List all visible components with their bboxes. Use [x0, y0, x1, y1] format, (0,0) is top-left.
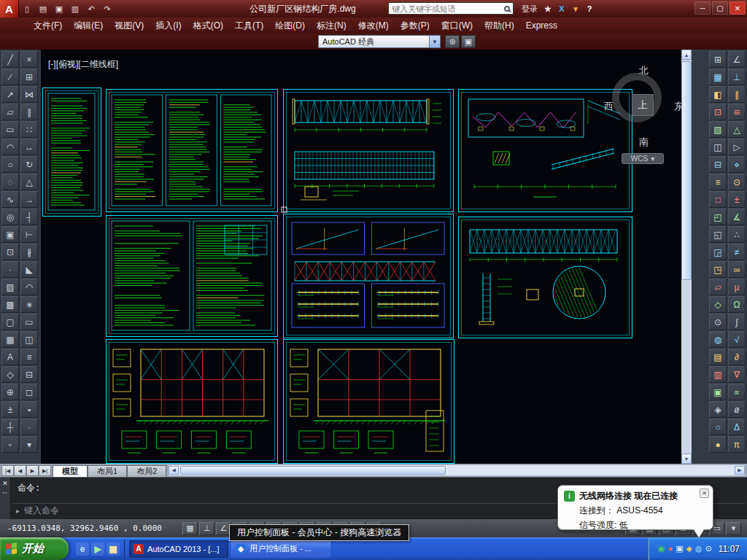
drawing-canvas[interactable]: [-][俯视][二维线框] 北 南 西 东 上 WCS ▾ ▲ ▼ — [41, 50, 692, 464]
tool-button[interactable]: ⊟ — [20, 366, 38, 383]
tool-button[interactable]: ▾ — [20, 436, 38, 453]
menu-item[interactable]: 格式(O) — [187, 18, 229, 34]
infocenter-search[interactable] — [388, 2, 514, 15]
menu-item[interactable]: 视图(V) — [109, 18, 150, 34]
scroll-thumb[interactable] — [681, 61, 692, 280]
close-icon[interactable]: ✕ — [700, 489, 709, 498]
tool-button[interactable]: ∗ — [20, 296, 38, 313]
tool-button[interactable]: ↻ — [20, 156, 38, 173]
autocad-logo-icon[interactable]: A — [0, 0, 19, 18]
tool-button[interactable]: π — [728, 436, 746, 453]
tool-button[interactable]: ∠ — [728, 51, 746, 68]
workspace-dropdown[interactable]: AutoCAD 经典 ▼ — [318, 35, 441, 48]
tool-button[interactable]: ◧ — [709, 86, 727, 103]
tool-button[interactable]: ◈ — [709, 401, 727, 418]
close-icon[interactable]: ✕ — [2, 480, 8, 487]
tool-button[interactable]: ∙ — [1, 261, 19, 278]
menu-item[interactable]: 编辑(E) — [68, 18, 109, 34]
search-input[interactable] — [392, 4, 502, 13]
tool-button[interactable]: ◻ — [20, 384, 38, 400]
tool-button[interactable]: ◠ — [1, 139, 19, 155]
search-icon[interactable] — [504, 6, 510, 12]
save-icon[interactable]: ▣ — [52, 2, 66, 15]
open-icon[interactable]: ▤ — [36, 2, 50, 15]
taskbar-task[interactable]: AAutoCAD 2013 - [...] — [129, 540, 228, 558]
tool-button[interactable]: ø — [728, 401, 746, 418]
tool-button[interactable]: ○ — [709, 419, 727, 435]
tray-icon[interactable]: ⊙ — [705, 545, 712, 553]
tool-button[interactable]: ▫ — [1, 436, 19, 453]
tool-button[interactable]: µ — [728, 279, 746, 295]
tool-button[interactable]: ┤ — [20, 209, 38, 225]
tool-button[interactable]: ∕ — [1, 69, 19, 85]
scroll-thumb[interactable] — [180, 466, 445, 475]
tool-button[interactable]: ▢ — [1, 314, 19, 330]
canvas-vertical-scrollbar[interactable]: ▲ ▼ — [681, 50, 692, 464]
tool-button[interactable]: △ — [20, 174, 38, 190]
tool-button[interactable]: ◠ — [20, 279, 38, 295]
tab-nav-button[interactable]: ▶ — [26, 465, 39, 476]
tool-button[interactable]: ↔ — [20, 139, 38, 155]
tool-button[interactable]: ∥ — [20, 104, 38, 120]
tool-button[interactable]: · — [20, 419, 38, 435]
viewport-control-label[interactable]: [-][俯视][二维线框] — [48, 58, 118, 71]
star-icon[interactable]: ★ — [542, 3, 554, 15]
tool-button[interactable]: ∿ — [1, 191, 19, 208]
wireless-notification-balloon[interactable]: i 无线网络连接 现在已连接 ✕ 连接到： ASUS-4554 信号强度: 低 — [557, 485, 713, 530]
tool-button[interactable]: ≌ — [728, 104, 746, 120]
tool-button[interactable]: ▭ — [1, 121, 19, 138]
tool-button[interactable]: ▣ — [709, 384, 727, 400]
menu-item[interactable]: 参数(P) — [395, 18, 436, 34]
workspace-settings-button[interactable]: ⊛ — [445, 35, 460, 48]
tool-button[interactable]: ╱ — [1, 51, 19, 68]
tool-button[interactable]: ∥ — [728, 86, 746, 103]
tab-nav-button[interactable]: ▶| — [39, 465, 51, 476]
canvas-horizontal-scrollbar[interactable]: ◀ ▶ — [168, 464, 746, 476]
tab-布局1[interactable]: 布局1 — [88, 465, 127, 477]
tool-button[interactable]: ⊕ — [1, 384, 19, 400]
quick-launch-icon[interactable]: ▶ — [91, 542, 104, 556]
scroll-right-arrow[interactable]: ▶ — [735, 466, 745, 475]
menu-item[interactable]: 修改(M) — [352, 18, 395, 34]
clock[interactable]: 11:07 — [719, 544, 740, 554]
tool-button[interactable]: Δ — [728, 419, 746, 435]
signin-link[interactable]: 登录 — [519, 4, 540, 15]
tool-button[interactable]: ◰ — [709, 209, 727, 225]
tool-button[interactable]: √ — [728, 331, 746, 348]
tool-button[interactable]: ± — [1, 401, 19, 418]
tray-icon[interactable]: ◈ — [686, 545, 692, 553]
tool-button[interactable]: ⊥ — [728, 69, 746, 85]
scroll-up-arrow[interactable]: ▲ — [681, 50, 692, 60]
tool-button[interactable]: ◇ — [709, 296, 727, 313]
tool-button[interactable]: → — [20, 191, 38, 208]
tool-button[interactable]: ∷ — [20, 121, 38, 138]
tool-button[interactable]: ∝ — [728, 384, 746, 400]
compass-west[interactable]: 西 — [604, 100, 614, 113]
command-input[interactable]: 键入命令 — [24, 505, 59, 517]
tool-button[interactable]: ⊙ — [728, 174, 746, 190]
tool-button[interactable]: ⊙ — [709, 314, 727, 330]
print-icon[interactable]: ▥ — [68, 2, 82, 15]
tool-button[interactable]: ∴ — [728, 226, 746, 243]
tray-icon[interactable]: ● — [668, 545, 673, 553]
tool-button[interactable]: ◎ — [1, 209, 19, 225]
tool-button[interactable]: ○ — [1, 156, 19, 173]
tab-nav-button[interactable]: ◀ — [14, 465, 26, 476]
chevron-down-icon[interactable]: ▼ — [429, 36, 440, 47]
redo-icon[interactable]: ↷ — [100, 2, 115, 15]
tool-button[interactable]: ▭ — [20, 314, 38, 330]
tool-button[interactable]: ⊢ — [20, 226, 38, 243]
tool-button[interactable]: ▦ — [1, 331, 19, 348]
tool-button[interactable]: ∇ — [728, 366, 746, 383]
tool-button[interactable]: ◳ — [709, 261, 727, 278]
maximize-button[interactable]: ▢ — [712, 1, 728, 15]
tool-button[interactable]: ⊟ — [709, 156, 727, 173]
tool-button[interactable]: ⊞ — [20, 69, 38, 85]
quick-launch-icon[interactable]: e — [76, 542, 89, 556]
tray-icon[interactable]: ◉ — [658, 545, 665, 553]
status-toggle-button[interactable]: ⊥ — [199, 522, 214, 535]
tool-button[interactable]: ▪ — [20, 401, 38, 418]
tool-button[interactable]: ◍ — [709, 331, 727, 348]
tool-button[interactable]: A — [1, 349, 19, 365]
tab-nav-button[interactable]: |◀ — [1, 465, 14, 476]
